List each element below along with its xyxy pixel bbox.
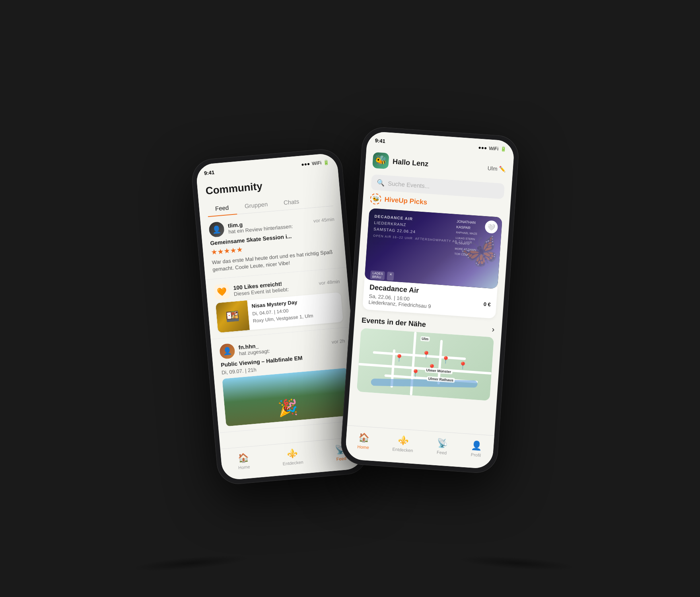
nav-home-left[interactable]: 🏠 Home: [237, 452, 250, 470]
search-placeholder: Suche Events...: [387, 180, 430, 189]
map-pin-1: 📍: [394, 353, 403, 363]
time-likes: vor 48min: [319, 279, 340, 286]
map-pin-2: 📍: [421, 350, 430, 359]
artist-name: JONATHANKASPAR RAPHAEL MAZELUKAS STERNAL…: [454, 219, 478, 258]
home-icon-left: 🏠: [237, 452, 249, 463]
status-time-right: 9:41: [375, 137, 385, 144]
feed-label-right: Feed: [436, 450, 447, 455]
time-attending: vor 2h: [331, 338, 345, 345]
event-hero-card[interactable]: 🦋 DECADANCE AIR LIEDERKRANZ SAMSTAG 22.0…: [364, 208, 502, 289]
event-crowd-img: 🎉: [222, 368, 351, 427]
logo-1: LADESBRÄU: [370, 270, 385, 280]
entdecken-icon-right: ⚜️: [397, 435, 409, 446]
food-icon: 🍱: [216, 300, 250, 333]
map-pin-3: 📍: [441, 355, 450, 365]
tab-feed[interactable]: Feed: [206, 199, 237, 217]
time-review: vor 45min: [313, 217, 334, 224]
edit-icon[interactable]: ✏️: [499, 166, 506, 172]
entdecken-icon-left: ⚜️: [286, 448, 298, 459]
map-label-ulm: Ulm: [420, 336, 430, 342]
status-time: 9:41: [204, 169, 214, 176]
shadow-right: [457, 553, 577, 574]
right-content: 🐝 Hallo Lenz Ulm ✏️ 🔍 Suche Events... 🐝: [346, 148, 513, 453]
right-avatar: 🐝: [372, 152, 389, 169]
nav-home-right[interactable]: 🏠 Home: [357, 432, 370, 450]
right-phone: 9:41 ●●● WiFi 🔋 🐝 Hallo Lenz Ulm: [340, 126, 520, 474]
feed-meta-likes: 100 Likes erreicht! Dieses Event ist bel…: [233, 277, 319, 297]
artist-info: JONATHANKASPAR RAPHAEL MAZELUKAS STERNAL…: [454, 219, 478, 258]
feed-item-review: 👤 tlim.g hat ein Review hinterlassen: vo…: [200, 205, 346, 280]
right-greeting: Hallo Lenz: [392, 157, 488, 172]
likes-heart-icon: 🧡: [217, 287, 228, 297]
hero-content: DECADANCE AIR LIEDERKRANZ SAMSTAG 22.06.…: [370, 213, 496, 288]
map-pin-6: 📍: [410, 369, 420, 378]
nearby-section: Events in der Nähe ›: [356, 316, 495, 401]
search-icon: 🔍: [376, 179, 385, 187]
event-mini-info: Nisas Mystery Day Di, 04.07. | 14:00 Rox…: [247, 292, 343, 330]
event-card-mini-mystery[interactable]: 🍱 Nisas Mystery Day Di, 04.07. | 14:00 R…: [216, 292, 343, 333]
location-label: Ulm: [487, 165, 498, 172]
home-label-right: Home: [357, 444, 369, 450]
tab-chats[interactable]: Chats: [275, 193, 307, 211]
status-icons: ●●● WiFi 🔋: [301, 159, 330, 167]
status-icons-right: ●●● WiFi 🔋: [478, 145, 507, 152]
feed-icon-right: 📡: [436, 438, 448, 449]
home-icon-right: 🏠: [358, 432, 369, 443]
entdecken-label-right: Entdecken: [392, 447, 413, 453]
hiveup-icon: 🐝: [369, 193, 381, 205]
entdecken-label-left: Entdecken: [282, 459, 303, 466]
home-label-left: Home: [238, 464, 250, 470]
profil-icon-right: 👤: [471, 440, 482, 451]
likes-icon-wrap: 🧡: [214, 284, 230, 300]
right-location: Ulm ✏️: [487, 165, 506, 172]
nearby-arrow-icon[interactable]: ›: [491, 325, 494, 334]
logo-x: ✕: [387, 271, 394, 281]
nearby-title: Events in der Nähe: [361, 316, 426, 329]
nav-entdecken-left[interactable]: ⚜️ Entdecken: [282, 447, 303, 466]
hiveup-label: HiveUp Picks: [384, 195, 427, 206]
event-mystery-img: 🍱: [216, 300, 250, 333]
map-container[interactable]: 📍 📍 📍 📍 📍 📍 Ulm Ulmer Münster Ulmer Rath…: [356, 328, 494, 401]
map-pin-5: 📍: [458, 361, 467, 370]
avatar-tlimg: 👤: [208, 221, 225, 238]
crowd-decoration: 🎉: [222, 368, 351, 427]
nav-feed-right[interactable]: 📡 Feed: [436, 438, 448, 455]
feed-item-attending: 👤 fn.hhn_ hat zugesagt: vor 2h Public Vi…: [211, 327, 360, 433]
event-date-location: Sa, 22.06. | 16:00 Liederkranz, Friedric…: [368, 293, 431, 309]
avatar-fnhhn: 👤: [219, 343, 235, 359]
nav-profil-right[interactable]: 👤 Profil: [470, 440, 482, 458]
nav-entdecken-right[interactable]: ⚜️ Entdecken: [392, 435, 414, 453]
profil-label-right: Profil: [471, 452, 481, 458]
shadow-left: [131, 552, 251, 574]
event-price: 0 €: [483, 301, 491, 313]
